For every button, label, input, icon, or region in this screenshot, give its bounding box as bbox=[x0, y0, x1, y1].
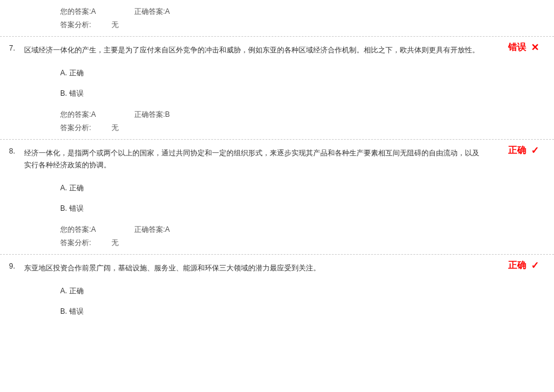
result-badge-correct: 正确 bbox=[508, 145, 539, 156]
option-a: A. 正确 bbox=[60, 182, 554, 194]
analysis-line: 答案分析: 无 bbox=[60, 121, 554, 134]
analysis-value: 无 bbox=[111, 123, 119, 132]
result-text: 正确 bbox=[508, 145, 526, 156]
your-answer-label: 您的答案: bbox=[60, 5, 91, 18]
check-icon bbox=[531, 260, 539, 271]
correct-answer-value: A bbox=[165, 223, 170, 236]
question-7: 错误 7. 区域经济一体化的产生，主要是为了应付来自区外竞争的冲击和威胁，例如东… bbox=[0, 36, 554, 139]
prev-question-footer: 您的答案:A 正确答案:A 答案分析: 无 bbox=[0, 0, 554, 36]
check-icon bbox=[531, 145, 539, 156]
question-row: 9. 东亚地区投资合作前景广阔，基础设施、服务业、能源和环保三大领域的潜力最应受… bbox=[0, 260, 554, 276]
option-b: B. 错误 bbox=[60, 202, 554, 214]
answer-footer: 您的答案:A 正确答案:B 答案分析: 无 bbox=[0, 108, 554, 134]
answer-line: 您的答案:A 正确答案:B bbox=[60, 108, 554, 121]
your-answer-block: 您的答案:A bbox=[60, 5, 96, 18]
answer-line: 您的答案:A 正确答案:A bbox=[60, 5, 554, 18]
result-text: 错误 bbox=[508, 42, 526, 53]
option-b: B. 错误 bbox=[60, 87, 554, 99]
correct-answer-value: A bbox=[165, 5, 170, 18]
your-answer-label: 您的答案: bbox=[60, 108, 91, 121]
options-list: A. 正确 B. 错误 bbox=[0, 285, 554, 317]
cross-icon bbox=[531, 42, 539, 53]
analysis-label: 答案分析: bbox=[60, 238, 91, 247]
options-list: A. 正确 B. 错误 bbox=[0, 67, 554, 99]
question-number: 7. bbox=[0, 44, 24, 52]
correct-answer-block: 正确答案:A bbox=[134, 223, 170, 236]
option-a: A. 正确 bbox=[60, 67, 554, 79]
question-9: 正确 9. 东亚地区投资合作前景广阔，基础设施、服务业、能源和环保三大领域的潜力… bbox=[0, 254, 554, 331]
analysis-value: 无 bbox=[111, 238, 119, 247]
question-text: 区域经济一体化的产生，主要是为了应付来自区外竞争的冲击和威胁，例如东亚的各种区域… bbox=[24, 44, 554, 56]
correct-answer-label: 正确答案: bbox=[134, 223, 165, 236]
answer-footer: 您的答案:A 正确答案:A 答案分析: 无 bbox=[0, 5, 554, 31]
analysis-line: 答案分析: 无 bbox=[60, 18, 554, 31]
result-text: 正确 bbox=[508, 260, 526, 271]
analysis-label: 答案分析: bbox=[60, 123, 91, 132]
question-number: 8. bbox=[0, 147, 24, 155]
correct-answer-block: 正确答案:B bbox=[134, 108, 170, 121]
your-answer-label: 您的答案: bbox=[60, 223, 91, 236]
answer-line: 您的答案:A 正确答案:A bbox=[60, 223, 554, 236]
question-text: 经济一体化，是指两个或两个以上的国家，通过共同协定和一定的组织形式，来逐步实现其… bbox=[24, 147, 554, 171]
analysis-line: 答案分析: 无 bbox=[60, 236, 554, 249]
analysis-value: 无 bbox=[111, 20, 119, 29]
question-number: 9. bbox=[0, 262, 24, 270]
question-text: 东亚地区投资合作前景广阔，基础设施、服务业、能源和环保三大领域的潜力最应受到关注… bbox=[24, 262, 554, 274]
question-8: 正确 8. 经济一体化，是指两个或两个以上的国家，通过共同协定和一定的组织形式，… bbox=[0, 139, 554, 254]
answer-footer: 您的答案:A 正确答案:A 答案分析: 无 bbox=[0, 223, 554, 249]
analysis-label: 答案分析: bbox=[60, 20, 91, 29]
your-answer-block: 您的答案:A bbox=[60, 108, 96, 121]
question-row: 8. 经济一体化，是指两个或两个以上的国家，通过共同协定和一定的组织形式，来逐步… bbox=[0, 145, 554, 173]
your-answer-value: A bbox=[91, 108, 96, 121]
your-answer-value: A bbox=[91, 5, 96, 18]
correct-answer-label: 正确答案: bbox=[134, 5, 165, 18]
result-badge-correct: 正确 bbox=[508, 260, 539, 271]
correct-answer-label: 正确答案: bbox=[134, 108, 165, 121]
options-list: A. 正确 B. 错误 bbox=[0, 182, 554, 214]
option-b: B. 错误 bbox=[60, 305, 554, 317]
your-answer-value: A bbox=[91, 223, 96, 236]
correct-answer-value: B bbox=[165, 108, 170, 121]
correct-answer-block: 正确答案:A bbox=[134, 5, 170, 18]
question-row: 7. 区域经济一体化的产生，主要是为了应付来自区外竞争的冲击和威胁，例如东亚的各… bbox=[0, 42, 554, 58]
result-badge-wrong: 错误 bbox=[508, 42, 539, 53]
your-answer-block: 您的答案:A bbox=[60, 223, 96, 236]
option-a: A. 正确 bbox=[60, 285, 554, 297]
